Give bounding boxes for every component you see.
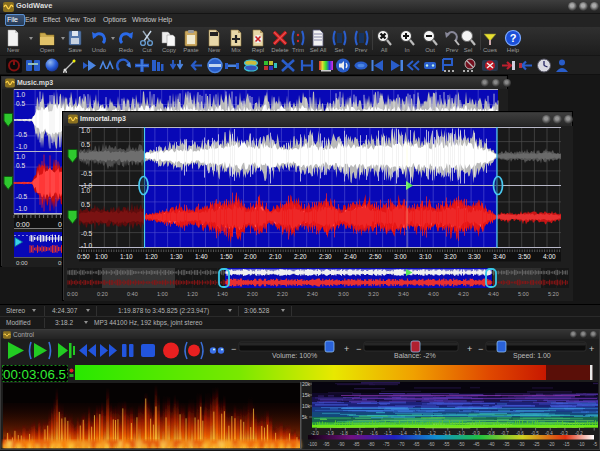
svg-text:0:00: 0:00 <box>67 291 78 297</box>
svg-text:1:50: 1:50 <box>220 253 233 260</box>
svg-text:-60: -60 <box>428 442 435 447</box>
svg-text:2:20: 2:20 <box>294 253 307 260</box>
svg-text:?: ? <box>510 32 517 44</box>
svg-text:-0.3: -0.3 <box>560 431 568 436</box>
svg-text:-0.5: -0.5 <box>81 170 93 177</box>
svg-text:1.0: 1.0 <box>81 127 90 134</box>
svg-text:-25: -25 <box>533 442 540 447</box>
svg-text:-15: -15 <box>563 442 570 447</box>
svg-text:-0.2: -0.2 <box>575 431 583 436</box>
svg-text:−: − <box>231 344 236 354</box>
svg-text:3:00: 3:00 <box>394 253 407 260</box>
svg-text:-1.0: -1.0 <box>81 242 93 249</box>
svg-text:Balance: -2%: Balance: -2% <box>394 352 436 359</box>
svg-text:0.5: 0.5 <box>81 141 90 148</box>
svg-text:-0.4: -0.4 <box>545 431 553 436</box>
svg-text:4:00: 4:00 <box>428 291 439 297</box>
svg-text:-0.5: -0.5 <box>16 193 28 200</box>
svg-text:-30: -30 <box>518 442 525 447</box>
svg-text:-1.0: -1.0 <box>457 431 465 436</box>
svg-text:-1.6: -1.6 <box>370 431 378 436</box>
svg-text:2:00: 2:00 <box>244 253 257 260</box>
svg-text:0:00: 0:00 <box>16 260 28 266</box>
svg-text:3:50: 3:50 <box>518 253 531 260</box>
svg-text:3:40: 3:40 <box>493 253 506 260</box>
svg-text:-2.0: -2.0 <box>311 431 319 436</box>
svg-text:1.0: 1.0 <box>16 91 25 98</box>
svg-text:2:40: 2:40 <box>307 291 318 297</box>
svg-text:-1.0: -1.0 <box>16 205 28 212</box>
svg-text:3:40: 3:40 <box>398 291 409 297</box>
svg-text:-0.6: -0.6 <box>516 431 524 436</box>
svg-text:-90: -90 <box>338 442 345 447</box>
svg-text:0.5: 0.5 <box>16 100 25 107</box>
svg-text:−: − <box>356 344 361 354</box>
svg-text:-10: -10 <box>578 442 585 447</box>
svg-text:-95: -95 <box>323 442 330 447</box>
svg-text:-1.8: -1.8 <box>340 431 348 436</box>
svg-text:2:50: 2:50 <box>369 253 382 260</box>
svg-text:5k: 5k <box>302 414 308 420</box>
svg-text:−: − <box>478 344 483 354</box>
svg-text:Volume: 100%: Volume: 100% <box>272 352 317 359</box>
svg-text:1:40: 1:40 <box>217 291 228 297</box>
svg-text:1:00: 1:00 <box>95 253 108 260</box>
svg-text:-35: -35 <box>503 442 510 447</box>
svg-text:-1.0: -1.0 <box>16 143 28 150</box>
svg-text:-1.2: -1.2 <box>428 431 436 436</box>
svg-text:3:20: 3:20 <box>368 291 379 297</box>
svg-text:1:20: 1:20 <box>145 253 158 260</box>
svg-text:0.5: 0.5 <box>16 162 25 169</box>
svg-text:2:00: 2:00 <box>247 291 258 297</box>
svg-text:+: + <box>589 344 594 354</box>
svg-text:1.0: 1.0 <box>81 187 90 194</box>
svg-text:1:10: 1:10 <box>120 253 133 260</box>
svg-text:-1.1: -1.1 <box>443 431 451 436</box>
svg-text:-75: -75 <box>383 442 390 447</box>
svg-text:-20: -20 <box>548 442 555 447</box>
svg-text:-0.5: -0.5 <box>531 431 539 436</box>
svg-text:3:10: 3:10 <box>419 253 432 260</box>
svg-text:3:20: 3:20 <box>444 253 457 260</box>
svg-text:-40: -40 <box>488 442 495 447</box>
svg-text:-0.9: -0.9 <box>472 431 480 436</box>
svg-text:-0.7: -0.7 <box>501 431 509 436</box>
svg-text:0.5: 0.5 <box>81 201 90 208</box>
svg-text:00:03:06.5: 00:03:06.5 <box>3 367 66 382</box>
svg-text:-1.4: -1.4 <box>399 431 407 436</box>
svg-text:1:40: 1:40 <box>195 253 208 260</box>
svg-text:0:40: 0:40 <box>127 291 138 297</box>
svg-text:3:00: 3:00 <box>338 291 349 297</box>
svg-text:-5: -5 <box>593 442 597 447</box>
svg-text:2:20: 2:20 <box>277 291 288 297</box>
svg-text:2:30: 2:30 <box>319 253 332 260</box>
svg-text:4:40: 4:40 <box>488 291 499 297</box>
svg-text:-0.5: -0.5 <box>16 131 28 138</box>
svg-text:-45: -45 <box>473 442 480 447</box>
svg-text:1.0: 1.0 <box>16 153 25 160</box>
svg-text:5:20: 5:20 <box>548 291 559 297</box>
svg-text:2:10: 2:10 <box>269 253 282 260</box>
svg-text:-1.7: -1.7 <box>355 431 363 436</box>
svg-text:-100: -100 <box>308 442 318 447</box>
svg-text:4:20: 4:20 <box>458 291 469 297</box>
svg-text:0:00: 0:00 <box>16 221 30 228</box>
svg-text:-0.8: -0.8 <box>487 431 495 436</box>
svg-text:+: + <box>344 344 349 354</box>
svg-text:-70: -70 <box>398 442 405 447</box>
svg-text:-50: -50 <box>458 442 465 447</box>
svg-text:0:50: 0:50 <box>77 253 90 260</box>
svg-text:-0.5: -0.5 <box>81 230 93 237</box>
svg-text:1:00: 1:00 <box>157 291 168 297</box>
svg-text:4:00: 4:00 <box>543 253 556 260</box>
svg-text:-55: -55 <box>443 442 450 447</box>
svg-text:-65: -65 <box>413 442 420 447</box>
svg-text:1:20: 1:20 <box>187 291 198 297</box>
svg-text:0:20: 0:20 <box>97 291 108 297</box>
svg-text:-85: -85 <box>353 442 360 447</box>
svg-text:-80: -80 <box>368 442 375 447</box>
svg-text:-1.9: -1.9 <box>326 431 334 436</box>
svg-text:5:00: 5:00 <box>518 291 529 297</box>
svg-text:-1.5: -1.5 <box>384 431 392 436</box>
svg-text:+: + <box>467 344 472 354</box>
